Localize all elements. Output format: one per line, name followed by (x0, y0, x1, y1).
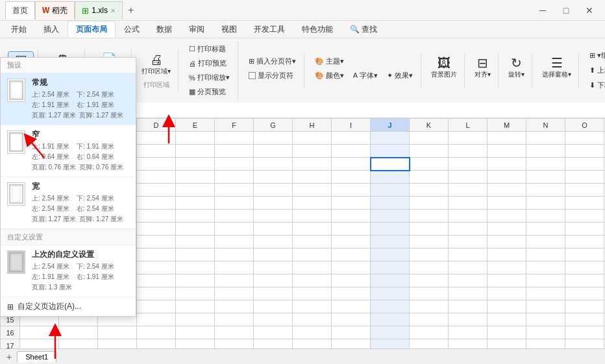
cell-I4[interactable] (332, 171, 371, 184)
cell-D2[interactable] (137, 145, 176, 158)
cell-J8[interactable] (371, 223, 410, 236)
cell-M10[interactable] (488, 249, 526, 261)
cell-M15[interactable] (488, 313, 526, 326)
cell-M14[interactable] (488, 300, 526, 313)
tab-pagelayout[interactable]: 页面布局 (68, 21, 116, 38)
col-G[interactable]: G (254, 119, 293, 132)
cell-E5[interactable] (176, 184, 215, 197)
cell-F12[interactable] (215, 274, 254, 287)
margin-narrow-item[interactable]: 窄 上: 1.91 厘米 下: 1.91 厘米 左: 0.64 厘米 右: 0.… (1, 125, 136, 177)
cell-I9[interactable] (332, 236, 371, 249)
col-D[interactable]: D (137, 119, 176, 132)
cell-O6[interactable] (565, 197, 604, 210)
selectpane-button[interactable]: ☰ 选择窗格▾ (539, 55, 574, 81)
cell-C17[interactable] (98, 339, 137, 349)
cell-L3[interactable] (449, 158, 488, 171)
cell-K6[interactable] (410, 197, 449, 210)
tab-developer[interactable]: 开发工具 (245, 21, 293, 38)
cell-O11[interactable] (565, 261, 604, 274)
col-I[interactable]: I (332, 119, 371, 132)
col-M[interactable]: M (488, 119, 526, 132)
cell-D10[interactable] (137, 249, 176, 261)
col-N[interactable]: N (526, 119, 565, 132)
cell-O2[interactable] (565, 145, 604, 158)
tab-formula[interactable]: 公式 (116, 21, 148, 38)
cell-E8[interactable] (176, 223, 215, 236)
cell-J15[interactable] (371, 313, 410, 326)
cell-L16[interactable] (449, 326, 488, 339)
cell-D7[interactable] (137, 210, 176, 223)
cell-B16[interactable] (59, 326, 98, 339)
cell-F2[interactable] (215, 145, 254, 158)
file-tab-close[interactable]: ✕ (110, 7, 116, 14)
cell-N8[interactable] (526, 223, 565, 236)
cell-E9[interactable] (176, 236, 215, 249)
cell-G16[interactable] (254, 326, 293, 339)
cell-H16[interactable] (293, 326, 332, 339)
cell-J5[interactable] (371, 184, 410, 197)
cell-E10[interactable] (176, 249, 215, 261)
cell-N6[interactable] (526, 197, 565, 210)
cell-E11[interactable] (176, 261, 215, 274)
cell-J10[interactable] (371, 249, 410, 261)
cell-L15[interactable] (449, 313, 488, 326)
cell-D9[interactable] (137, 236, 176, 249)
cell-I14[interactable] (332, 300, 371, 313)
cell-E1[interactable] (176, 132, 215, 145)
add-tab-button[interactable]: + (123, 5, 139, 16)
cell-E17[interactable] (176, 339, 215, 349)
cell-H5[interactable] (293, 184, 332, 197)
cell-I13[interactable] (332, 287, 371, 300)
cell-G10[interactable] (254, 249, 293, 261)
cell-G9[interactable] (254, 236, 293, 249)
cell-O4[interactable] (565, 171, 604, 184)
cell-N13[interactable] (526, 287, 565, 300)
cell-F10[interactable] (215, 249, 254, 261)
cell-N2[interactable] (526, 145, 565, 158)
cell-F5[interactable] (215, 184, 254, 197)
cell-N17[interactable] (526, 339, 565, 349)
cell-L2[interactable] (449, 145, 488, 158)
print-title-button[interactable]: ☐ 打印标题 (185, 42, 230, 56)
print-scale-button[interactable]: % 打印缩放▾ (185, 71, 234, 84)
cell-J9[interactable] (371, 236, 410, 249)
cell-I17[interactable] (332, 339, 371, 349)
cell-G5[interactable] (254, 184, 293, 197)
cell-H4[interactable] (293, 171, 332, 184)
cell-H1[interactable] (293, 132, 332, 145)
cell-J16[interactable] (371, 326, 410, 339)
cell-G13[interactable] (254, 287, 293, 300)
cell-G15[interactable] (254, 313, 293, 326)
cell-L13[interactable] (449, 287, 488, 300)
cell-J2[interactable] (371, 145, 410, 158)
cell-D12[interactable] (137, 274, 176, 287)
cell-I7[interactable] (332, 210, 371, 223)
cell-A17[interactable] (20, 339, 59, 349)
cell-O17[interactable] (565, 339, 604, 349)
cell-E13[interactable] (176, 287, 215, 300)
cell-H2[interactable] (293, 145, 332, 158)
cell-H3[interactable] (293, 158, 332, 171)
align-button[interactable]: ⊟ 对齐▾ (471, 55, 494, 81)
margin-normal-item[interactable]: 常规 上: 2.54 厘米 下: 2.54 厘米 左: 1.91 厘米 右: 1… (1, 73, 136, 125)
cell-N3[interactable] (526, 158, 565, 171)
cell-L9[interactable] (449, 236, 488, 249)
cell-K15[interactable] (410, 313, 449, 326)
cell-K17[interactable] (410, 339, 449, 349)
cell-N16[interactable] (526, 326, 565, 339)
cell-F17[interactable] (215, 339, 254, 349)
tab-special[interactable]: 特色功能 (293, 21, 341, 38)
cell-M8[interactable] (488, 223, 526, 236)
cell-I10[interactable] (332, 249, 371, 261)
cell-N14[interactable] (526, 300, 565, 313)
cell-N12[interactable] (526, 274, 565, 287)
cell-L12[interactable] (449, 274, 488, 287)
insert-pagebreak-button[interactable]: ⊞ 插入分页符▾ (245, 55, 300, 68)
maximize-button[interactable]: □ (556, 3, 576, 18)
cell-K8[interactable] (410, 223, 449, 236)
cell-F3[interactable] (215, 158, 254, 171)
cell-D1[interactable] (137, 132, 176, 145)
cell-L5[interactable] (449, 184, 488, 197)
cell-F16[interactable] (215, 326, 254, 339)
close-button[interactable]: ✕ (579, 3, 600, 18)
